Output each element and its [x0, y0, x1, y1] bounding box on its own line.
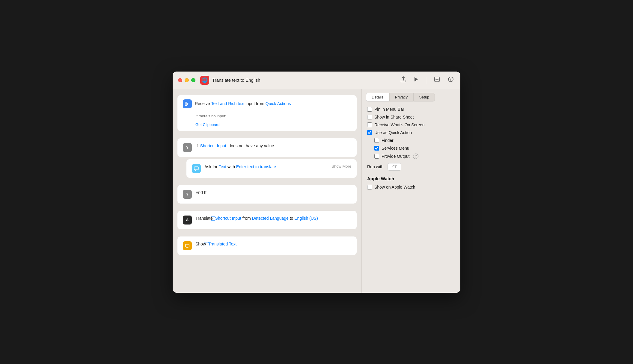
step-show: Show ⃞ Translated Text — [177, 236, 357, 255]
add-button[interactable] — [433, 76, 441, 84]
show-value[interactable]: ⃞ Translated Text — [207, 242, 237, 246]
window-title: Translate text to English — [212, 78, 260, 83]
step-if: Y If ⃞ Shortcut Input does not have any … — [177, 138, 357, 157]
if-text: If ⃞ Shortcut Input does not have any va… — [195, 143, 274, 149]
receive-source[interactable]: Quick Actions — [266, 101, 291, 106]
translate-from[interactable]: Detected Language — [252, 216, 289, 221]
show-apple-watch-label: Show on Apple Watch — [374, 185, 415, 189]
receive-screen-row: Receive What's On Screen — [367, 122, 455, 127]
ask-prompt[interactable]: Enter text to translate — [236, 164, 276, 169]
receive-header: Receive Text and Rich text input from Qu… — [183, 99, 291, 108]
tab-setup[interactable]: Setup — [413, 93, 435, 101]
minimize-button[interactable] — [185, 78, 189, 82]
ask-type[interactable]: Text — [218, 164, 226, 169]
main-window: 🌐 Translate text to English — [173, 72, 460, 293]
run-with-label: Run with: — [367, 164, 385, 169]
ask-text: Ask for Text with Enter text to translat… — [204, 164, 276, 170]
svg-point-5 — [450, 78, 451, 79]
services-menu-checkbox[interactable] — [374, 146, 379, 151]
run-with-row: Run with: ^T — [367, 163, 455, 171]
step-ask: Ask for Text with Enter text to translat… — [186, 159, 357, 178]
pin-menu-bar-checkbox[interactable] — [367, 107, 372, 112]
share-button[interactable] — [400, 76, 407, 84]
show-share-sheet-label: Show in Share Sheet — [374, 115, 414, 119]
connector-2 — [267, 180, 267, 184]
show-share-sheet-row: Show in Share Sheet — [367, 115, 455, 119]
show-share-sheet-checkbox[interactable] — [367, 115, 372, 119]
no-input-label: If there's no input: — [183, 114, 226, 118]
translate-input[interactable]: ⃞ Shortcut Input — [214, 216, 241, 221]
keyboard-shortcut[interactable]: ^T — [388, 163, 401, 171]
apple-watch-section-header: Apple Watch — [367, 176, 455, 181]
provide-output-checkbox[interactable] — [374, 154, 379, 159]
run-button[interactable] — [413, 76, 419, 84]
get-clipboard-link[interactable]: Get Clipboard — [183, 122, 219, 127]
connector-3 — [267, 206, 267, 210]
translate-icon: A — [183, 216, 192, 225]
show-text: Show ⃞ Translated Text — [195, 241, 237, 247]
tab-privacy[interactable]: Privacy — [389, 93, 414, 101]
show-icon — [183, 241, 192, 250]
services-menu-row: Services Menu — [367, 146, 455, 151]
pin-menu-bar-label: Pin in Menu Bar — [374, 107, 404, 112]
receive-screen-label: Receive What's On Screen — [374, 122, 425, 127]
finder-checkbox[interactable] — [374, 138, 379, 143]
divider — [426, 77, 426, 84]
if-condition: does not have any value — [229, 143, 274, 148]
details-tabs: Details Privacy Setup — [362, 89, 460, 101]
titlebar-actions — [400, 76, 455, 84]
show-apple-watch-row: Show on Apple Watch — [367, 185, 455, 189]
provide-output-help-icon[interactable]: ? — [413, 154, 418, 159]
provide-output-label: Provide Output — [382, 154, 409, 159]
svg-rect-8 — [186, 244, 189, 247]
receive-screen-checkbox[interactable] — [367, 122, 372, 127]
use-quick-action-label: Use as Quick Action — [374, 130, 412, 135]
show-more-button[interactable]: Show More — [331, 164, 351, 169]
receive-type[interactable]: Text and Rich text — [211, 101, 244, 106]
endif-icon: Y — [183, 190, 192, 199]
info-button[interactable] — [447, 76, 455, 84]
tab-details[interactable]: Details — [366, 93, 389, 101]
receive-icon — [183, 99, 192, 108]
use-quick-action-checkbox[interactable] — [367, 130, 372, 135]
receive-text: Receive Text and Rich text input from Qu… — [195, 101, 291, 107]
svg-rect-7 — [194, 167, 198, 170]
finder-row: Finder — [367, 138, 455, 143]
maximize-button[interactable] — [191, 78, 195, 82]
connector-4 — [267, 232, 267, 235]
translate-to[interactable]: English (US) — [294, 216, 318, 221]
use-quick-action-row: Use as Quick Action — [367, 130, 455, 135]
services-menu-label: Services Menu — [382, 146, 409, 151]
titlebar: 🌐 Translate text to English — [173, 72, 460, 89]
pin-menu-bar-row: Pin in Menu Bar — [367, 107, 455, 112]
if-input[interactable]: ⃞ Shortcut Input — [199, 143, 226, 148]
traffic-lights — [178, 78, 195, 82]
step-receive: Receive Text and Rich text input from Qu… — [177, 95, 357, 131]
connector-1 — [267, 134, 267, 137]
provide-output-row: Provide Output ? — [367, 154, 455, 159]
if-icon: Y — [183, 143, 192, 152]
app-icon: 🌐 — [200, 76, 209, 85]
details-content: Pin in Menu Bar Show in Share Sheet Rece… — [362, 101, 460, 293]
endif-text: End If — [195, 190, 207, 196]
content-area: Receive Text and Rich text input from Qu… — [173, 89, 460, 293]
ask-icon — [192, 164, 201, 173]
step-translate: A Translate ⃞ Shortcut Input from Detect… — [177, 211, 357, 229]
show-apple-watch-checkbox[interactable] — [367, 185, 372, 189]
details-panel: Details Privacy Setup Pin in Menu Bar Sh… — [361, 89, 460, 293]
workflow-panel: Receive Text and Rich text input from Qu… — [173, 89, 361, 293]
close-button[interactable] — [178, 78, 182, 82]
translate-text: Translate ⃞ Shortcut Input from Detected… — [195, 216, 318, 222]
step-endif: Y End If — [177, 185, 357, 204]
finder-label: Finder — [382, 138, 394, 143]
